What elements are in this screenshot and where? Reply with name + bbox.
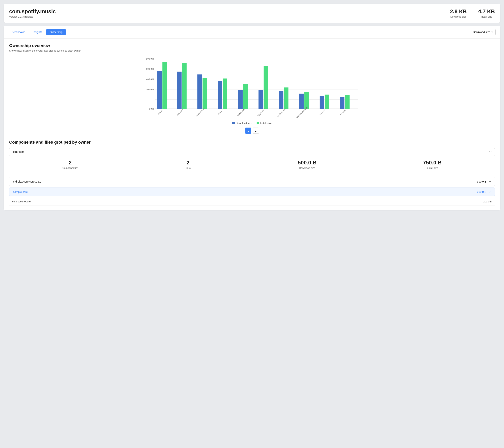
svg-text:search-team: search-team	[236, 108, 245, 116]
bar-app-team-download	[320, 96, 324, 109]
page-1-button[interactable]: 1	[245, 128, 251, 134]
svg-text:0.0 B: 0.0 B	[148, 108, 154, 110]
download-size-num: 500.0 B	[298, 160, 317, 166]
app-info: com.spotify.music Version 1.2.3 (release…	[9, 8, 56, 18]
section-title: Ownership overview	[9, 43, 495, 48]
chevron-down-icon: ▾	[491, 31, 493, 34]
component-right-sample-core: 200.0 B	[477, 190, 492, 193]
svg-text:200.0 B: 200.0 B	[146, 88, 154, 91]
svg-text:400.0 B: 400.0 B	[146, 78, 154, 80]
bar-so-team-install	[345, 95, 349, 109]
size-dropdown[interactable]: Download size ▾	[470, 29, 496, 35]
svg-text:800.0 B: 800.0 B	[146, 57, 154, 60]
chevron-up-icon	[488, 190, 492, 193]
legend-download: Download size	[232, 122, 252, 125]
bar-database-team-download	[198, 75, 202, 109]
files-label: File(s)	[184, 167, 191, 169]
download-size-stat-label: Download size	[298, 167, 317, 169]
legend-install-label: Install size	[260, 122, 272, 125]
pagination: 1 2	[9, 128, 495, 134]
install-size-stat: 4.7 KB Install size	[478, 8, 495, 18]
stats-row: 2 Component(s) 2 File(s) 500.0 B Downloa…	[9, 160, 495, 173]
bar-di-team-install	[223, 78, 227, 109]
component-name-sample-core: :sample:core	[12, 190, 28, 193]
bar-logging-team-install	[264, 66, 268, 109]
bar-core-team-install	[182, 63, 186, 109]
component-name-androidx: androidx.core:core:1.6.0	[12, 180, 41, 183]
stat-components: 2 Component(s)	[62, 160, 78, 169]
stat-install-size: 750.0 B Install size	[423, 160, 442, 169]
install-size-stat-label: Install size	[423, 167, 442, 169]
chart-legend: Download size Install size	[9, 122, 495, 125]
install-size-num: 750.0 B	[423, 160, 442, 166]
tab-list: Breakdown Insights Ownership	[8, 29, 66, 35]
file-size-com-spotify-core: 200.0 B	[483, 200, 492, 203]
stat-download-size: 500.0 B Download size	[298, 160, 317, 169]
svg-text:600.0 B: 600.0 B	[146, 68, 154, 70]
svg-text:app-team: app-team	[319, 109, 326, 116]
legend-download-label: Download size	[236, 122, 252, 125]
ownership-chart: 800.0 B 600.0 B 400.0 B 200.0 B 0.0 B li…	[9, 57, 495, 118]
app-version: Version 1.2.3 (release)	[9, 15, 56, 18]
svg-text:logging-team: logging-team	[257, 108, 266, 117]
legend-install: Install size	[257, 122, 272, 125]
component-row-sample-core[interactable]: :sample:core 200.0 B	[9, 187, 495, 196]
bar-so-team-download	[340, 97, 344, 109]
stat-files: 2 File(s)	[184, 160, 191, 169]
bar-core-team-download	[177, 72, 181, 109]
components-title: Components and files grouped by owner	[9, 140, 495, 145]
chart-area: 800.0 B 600.0 B 400.0 B 200.0 B 0.0 B li…	[9, 57, 495, 118]
header-stats: 2.8 KB Download size 4.7 KB Install size	[450, 8, 495, 18]
tab-breakdown[interactable]: Breakdown	[8, 29, 29, 35]
owner-select[interactable]: core-team	[9, 148, 495, 156]
bar-lib-team-download	[157, 71, 162, 109]
component-size-androidx: 300.0 B	[477, 180, 486, 183]
bar-di-team-download	[218, 81, 222, 109]
tabs-row: Breakdown Insights Ownership Download si…	[4, 26, 500, 38]
svg-text:lib-team: lib-team	[157, 109, 163, 115]
components-count: 2	[62, 160, 78, 166]
content-area: Ownership overview Shows how much of the…	[4, 38, 500, 210]
bar-logging-team-download	[258, 90, 263, 109]
component-size-sample-core: 200.0 B	[477, 190, 486, 193]
header-card: com.spotify.music Version 1.2.3 (release…	[4, 4, 500, 23]
section-desc: Shows how much of the overall app size i…	[9, 49, 495, 52]
bar-lib-team-install	[162, 62, 167, 109]
page-2-button[interactable]: 2	[253, 128, 259, 134]
app-title: com.spotify.music	[9, 8, 56, 15]
main-card: Breakdown Insights Ownership Download si…	[4, 26, 500, 210]
legend-download-dot	[232, 122, 235, 124]
svg-text:playback-team: playback-team	[277, 107, 287, 117]
svg-text:core-team: core-team	[176, 109, 183, 116]
component-row-androidx[interactable]: androidx.core:core:1.6.0 300.0 B	[9, 177, 495, 186]
download-size-value: 2.8 KB	[450, 8, 467, 15]
components-section: Components and files grouped by owner co…	[9, 140, 495, 205]
file-row-com-spotify-core: com.spotify.Core 200.0 B	[9, 198, 495, 205]
install-size-value: 4.7 KB	[478, 8, 495, 15]
chevron-down-icon	[488, 180, 492, 183]
file-name-com-spotify-core: com.spotify.Core	[12, 200, 31, 203]
bar-database-team-install	[202, 78, 207, 109]
legend-install-dot	[257, 122, 259, 124]
svg-text:so-team: so-team	[340, 109, 346, 115]
tab-insights[interactable]: Insights	[29, 29, 45, 35]
components-label: Component(s)	[62, 167, 78, 169]
bar-playback-team-download	[279, 91, 283, 109]
files-count: 2	[184, 160, 191, 166]
download-size-label: Download size	[450, 15, 467, 18]
svg-text:di-team: di-team	[218, 110, 223, 115]
bar-app-team-install	[325, 94, 329, 109]
bar-search-team-install	[243, 84, 248, 109]
bar-app-resource-team-download	[299, 93, 304, 109]
download-size-stat: 2.8 KB Download size	[450, 8, 467, 18]
dropdown-label: Download size	[473, 31, 490, 34]
tab-ownership[interactable]: Ownership	[46, 29, 66, 35]
bar-search-team-download	[238, 90, 242, 109]
install-size-label: Install size	[478, 15, 495, 18]
bar-playback-team-install	[284, 88, 288, 109]
component-right-androidx: 300.0 B	[477, 180, 492, 183]
